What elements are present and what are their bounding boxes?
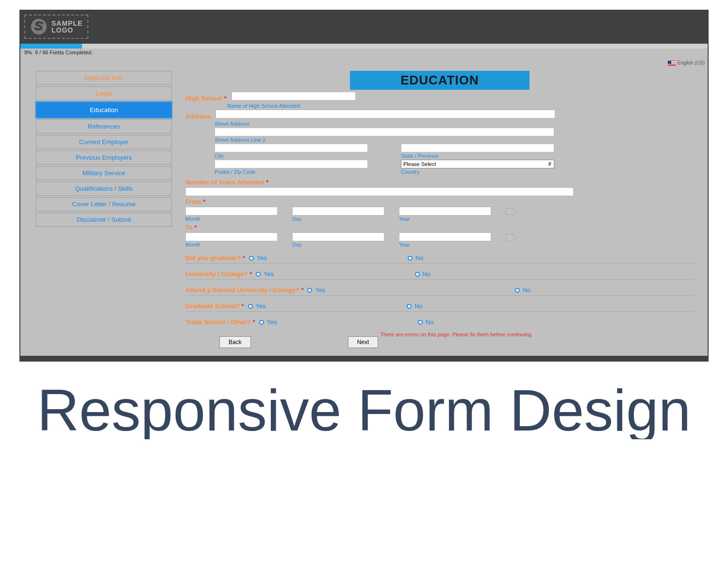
- to-label: To *: [185, 224, 197, 231]
- street2-hint: Street Address Line 2: [215, 137, 694, 143]
- postal-input[interactable]: [215, 160, 368, 168]
- city-input[interactable]: [215, 144, 368, 152]
- flag-us-icon: [668, 61, 676, 66]
- grad-school-label: Graduate School? *: [185, 302, 244, 310]
- high-school-label: High School *: [185, 95, 227, 102]
- svg-rect-3: [512, 208, 513, 210]
- sidebar-item-qualifications[interactable]: Qualifications / Skills: [36, 182, 172, 196]
- main-form: EDUCATION High School * Name of High Sch…: [185, 71, 694, 348]
- svg-rect-2: [507, 208, 508, 210]
- to-year-input[interactable]: [399, 232, 491, 241]
- back-button[interactable]: Back: [219, 336, 251, 348]
- from-day-hint: Day: [292, 216, 384, 222]
- app-frame: SAMPLE LOGO 9% 9 / 96 Fields Completed. …: [19, 10, 709, 362]
- trade-school-yes-radio[interactable]: [259, 320, 264, 325]
- language-label: English (US): [678, 60, 705, 66]
- grad-school-no-radio[interactable]: [407, 304, 412, 309]
- sidebar-item-military-service[interactable]: Military Service: [36, 166, 172, 180]
- to-day-hint: Day: [292, 242, 384, 248]
- second-university-yes-radio[interactable]: [307, 288, 312, 293]
- to-year-hint: Year: [399, 242, 491, 248]
- grad-school-yes-radio[interactable]: [248, 304, 253, 309]
- svg-rect-6: [512, 233, 513, 235]
- street-input[interactable]: [215, 110, 555, 118]
- university-no-radio[interactable]: [415, 272, 420, 277]
- university-yes-radio[interactable]: [256, 272, 261, 277]
- second-university-no-radio[interactable]: [515, 288, 520, 293]
- sidebar-item-current-employer[interactable]: Current Employer: [36, 135, 172, 149]
- language-selector[interactable]: English (US): [668, 60, 705, 66]
- sidebar: Applicant Info. Legal Education Referenc…: [36, 71, 172, 348]
- progress-fill: [20, 44, 82, 49]
- progress-label: 9% 9 / 96 Fields Completed.: [20, 49, 708, 58]
- progress-bar: [20, 44, 708, 49]
- from-year-input[interactable]: [399, 207, 491, 215]
- next-button[interactable]: Next: [348, 336, 379, 348]
- sidebar-item-previous-employers[interactable]: Previous Employers: [36, 150, 172, 165]
- from-year-hint: Year: [399, 216, 491, 222]
- second-university-label: Attend a Second University / College? *: [185, 286, 303, 294]
- sidebar-item-legal[interactable]: Legal: [36, 86, 172, 100]
- svg-rect-4: [506, 234, 514, 240]
- graduate-label: Did you graduate? *: [185, 254, 245, 262]
- years-attended-input[interactable]: [185, 187, 574, 196]
- calendar-icon[interactable]: [506, 207, 514, 215]
- form-error: There are errors on this page. Please fi…: [380, 331, 532, 337]
- slide-caption: Responsive Form Design: [19, 381, 709, 439]
- page-title: EDUCATION: [350, 71, 529, 90]
- graduate-no-radio[interactable]: [408, 256, 413, 261]
- address-label: Address: [185, 113, 211, 120]
- graduate-yes-radio[interactable]: [249, 256, 254, 261]
- form-panel: 9% 9 / 96 Fields Completed. English (US)…: [20, 44, 708, 356]
- from-day-input[interactable]: [292, 207, 384, 215]
- postal-hint: Postal / Zip Code: [215, 169, 368, 175]
- country-select[interactable]: Please Select: [401, 160, 554, 168]
- sidebar-item-disclaimer[interactable]: Disclaimer / Submit: [36, 213, 172, 227]
- high-school-hint: Name of High School Attended: [227, 103, 694, 109]
- university-label: University / College? *: [185, 270, 252, 278]
- state-hint: State / Province: [401, 153, 554, 159]
- trade-school-label: Trade School / Other? *: [185, 318, 255, 326]
- country-hint: Country: [401, 169, 554, 175]
- state-input[interactable]: [401, 144, 554, 152]
- street-hint: Street Address: [215, 121, 694, 127]
- logo-mark-icon: [30, 18, 48, 35]
- high-school-input[interactable]: [232, 92, 356, 100]
- to-day-input[interactable]: [292, 232, 384, 241]
- city-hint: City: [215, 153, 368, 159]
- calendar-icon[interactable]: [506, 233, 514, 241]
- street2-input[interactable]: [215, 128, 554, 136]
- logo-text-bottom: LOGO: [51, 27, 83, 33]
- sidebar-item-cover-letter[interactable]: Cover Letter / Resume: [36, 197, 172, 211]
- svg-rect-1: [506, 209, 514, 215]
- to-month-input[interactable]: [185, 232, 278, 241]
- logo-text-top: SAMPLE: [51, 20, 83, 27]
- svg-rect-5: [507, 233, 508, 235]
- years-attended-label: Number of Years Attended *: [185, 179, 268, 186]
- trade-school-no-radio[interactable]: [418, 320, 423, 325]
- logo-placeholder: SAMPLE LOGO: [24, 15, 88, 39]
- to-month-hint: Month: [185, 242, 278, 248]
- sidebar-item-education[interactable]: Education: [36, 102, 172, 118]
- from-label: From *: [185, 198, 205, 205]
- from-month-input[interactable]: [185, 207, 278, 215]
- from-month-hint: Month: [185, 216, 278, 222]
- sidebar-item-references[interactable]: References: [36, 119, 172, 133]
- sidebar-item-applicant-info[interactable]: Applicant Info.: [36, 71, 172, 85]
